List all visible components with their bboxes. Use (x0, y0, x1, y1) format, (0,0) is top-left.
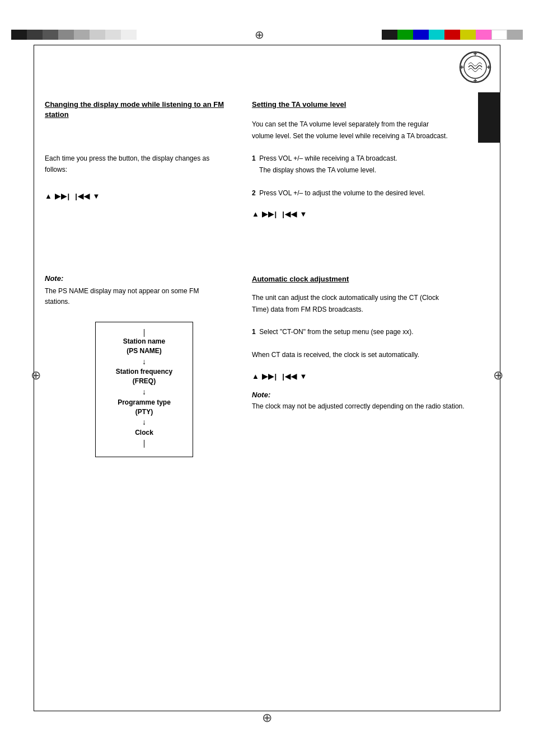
bar-segment (58, 30, 74, 40)
right-crosshair: ⊕ (493, 368, 503, 383)
left-note-section: Note: The PS NAME display may not appear… (45, 274, 224, 307)
bar-segment (397, 30, 413, 40)
bar-segment (105, 30, 121, 40)
right-bottom-note-text: The clock may not be adjusted correctly … (252, 401, 465, 412)
right-top-body: You can set the TA volume level separate… (252, 119, 465, 199)
bar-segment (121, 30, 137, 40)
flow-line-top (144, 329, 145, 337)
flow-line-bottom (144, 440, 145, 448)
right-bottom-body: The unit can adjust the clock automatica… (252, 292, 465, 360)
bar-segment (27, 30, 43, 40)
flow-item-pty: Programme type(PTY) (105, 398, 184, 417)
bar-segment (444, 30, 460, 40)
left-controls: ▲ ▶▶| |◀◀ ▼ (45, 192, 224, 200)
right-bottom-title: Automatic clock adjustment (252, 274, 465, 284)
left-note-text: The PS NAME display may not appear on so… (45, 286, 224, 307)
right-bottom-section: Automatic clock adjustment The unit can … (252, 274, 465, 412)
bar-segment (460, 30, 476, 40)
left-note-label: Note: (45, 274, 63, 283)
bar-segment (429, 30, 444, 40)
flow-arrow-2: ↓ (105, 387, 184, 397)
color-bar (382, 30, 523, 40)
bar-segment (90, 30, 105, 40)
bar-segment (43, 30, 58, 40)
top-color-bars: ⊕ (0, 27, 534, 43)
center-crosshair-top: ⊕ (251, 27, 267, 43)
right-top-section: Setting the TA volume level You can set … (252, 100, 465, 218)
bar-segment (382, 30, 397, 40)
svg-point-1 (464, 56, 486, 78)
flow-item-ps-name: Station name(PS NAME) (105, 337, 184, 356)
left-crosshair: ⊕ (31, 368, 41, 383)
page-tab (478, 92, 500, 143)
right-top-title: Setting the TA volume level (252, 100, 465, 110)
right-top-controls: ▲ ▶▶| |◀◀ ▼ (252, 210, 465, 218)
bar-segment (11, 30, 27, 40)
bar-segment (413, 30, 429, 40)
svg-point-0 (460, 52, 490, 82)
top-rule (34, 45, 500, 45)
right-bottom-note-label: Note: (252, 391, 270, 399)
flow-item-clock: Clock (105, 428, 184, 438)
grayscale-bar (11, 30, 137, 40)
bar-segment (507, 30, 523, 40)
sony-logo (458, 50, 492, 84)
left-section: Changing the display mode while listenin… (45, 100, 224, 200)
left-body-text: Each time you press the button, the disp… (45, 153, 224, 175)
bar-segment (74, 30, 90, 40)
bottom-crosshair: ⊕ (262, 711, 272, 725)
flow-item-freq: Station frequency(FREQ) (105, 367, 184, 386)
bar-segment (476, 30, 491, 40)
flow-arrow-3: ↓ (105, 417, 184, 427)
flow-diagram: Station name(PS NAME) ↓ Station frequenc… (95, 322, 193, 457)
right-bottom-note-section: Note: The clock may not be adjusted corr… (252, 391, 465, 412)
bar-segment (491, 30, 507, 40)
right-bottom-controls: ▲ ▶▶| |◀◀ ▼ (252, 372, 465, 381)
flow-arrow-1: ↓ (105, 357, 184, 367)
left-section-title: Changing the display mode while listenin… (45, 100, 224, 120)
